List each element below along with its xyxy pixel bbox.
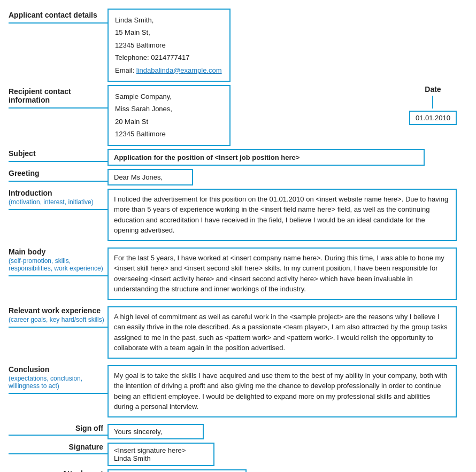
recipient-line-1: Sample Company, (115, 90, 223, 103)
mainbody-label-col: Main body (self-promotion, skills, respo… (9, 247, 108, 276)
letter-layout: Applicant contact details Linda Smith, 1… (9, 9, 467, 472)
attachment-content: Attached: resumé, employer references (108, 469, 247, 472)
intro-label-col: Introduction (motivation, interest, init… (9, 189, 108, 210)
intro-sub: (motivation, interest, initiative) (9, 198, 108, 206)
intro-label: Introduction (9, 189, 52, 197)
signature-placeholder: <Insert signature here> (114, 446, 208, 454)
intro-text: I noticed the advertisement for this pos… (114, 195, 448, 235)
subject-value: Application for the position of <insert … (114, 153, 300, 161)
conclusion-label-col: Conclusion (expectations, conclusion, wi… (9, 365, 108, 394)
mainbody-box: For the last 5 years, I have worked at <… (108, 247, 457, 300)
applicant-line-5: Email: lindabalinda@example.com (115, 64, 223, 76)
conclusion-section: Conclusion (expectations, conclusion, wi… (9, 365, 467, 421)
recipient-label: Recipient contact information (9, 87, 71, 104)
conclusion-sub: (expectations, conclusion, willingness t… (9, 375, 108, 390)
signoff-box: Yours sincerely, (108, 424, 204, 439)
relevant-section: Relevant work experience (career goals, … (9, 306, 467, 362)
recipient-line-3: 20 Main St (115, 115, 223, 128)
relevant-content: A high level of commitment as well as ca… (108, 306, 467, 362)
date-label: Date (425, 85, 441, 94)
intro-box: I noticed the advertisement for this pos… (108, 189, 457, 241)
attachment-box: Attached: resumé, employer references (108, 469, 247, 472)
mainbody-section: Main body (self-promotion, skills, respo… (9, 247, 467, 303)
signoff-label: Sign off (75, 424, 108, 432)
signoff-value: Yours sincerely, (114, 428, 162, 436)
mainbody-text: For the last 5 years, I have worked at <… (114, 254, 444, 293)
relevant-label-col: Relevant work experience (career goals, … (9, 306, 108, 328)
date-section: Date 01.01.2010 (409, 85, 457, 125)
applicant-line-2: 15 Main St, (115, 26, 223, 38)
signature-content: <Insert signature here> Linda Smith (108, 443, 214, 466)
signature-section: Signature <Insert signature here> Linda … (9, 443, 467, 466)
mainbody-content: For the last 5 years, I have worked at <… (108, 247, 467, 303)
conclusion-label: Conclusion (9, 365, 49, 374)
greeting-label: Greeting (9, 169, 40, 177)
applicant-content-box: Linda Smith, 15 Main St, 12345 Baltimore… (108, 9, 231, 82)
date-connector-line (432, 96, 433, 109)
attachment-label-col: Attachment (9, 469, 108, 472)
mainbody-label: Main body (9, 247, 45, 256)
signoff-content: Yours sincerely, (108, 424, 204, 439)
applicant-box: Linda Smith, 15 Main St, 12345 Baltimore… (108, 9, 231, 82)
recipient-content-box: Sample Company, Miss Sarah Jones, 20 Mai… (108, 85, 231, 146)
greeting-content: Dear Ms Jones, (108, 169, 193, 185)
signoff-label-col: Sign off (9, 424, 108, 436)
subject-box: Application for the position of <insert … (108, 149, 425, 166)
recipient-box: Sample Company, Miss Sarah Jones, 20 Mai… (108, 85, 231, 146)
recipient-label-col: Recipient contact information (9, 85, 108, 109)
date-value: 01.01.2010 (416, 114, 450, 122)
subject-label-col: Subject (9, 149, 108, 162)
subject-section: Subject Application for the position of … (9, 149, 467, 166)
recipient-line-2: Miss Sarah Jones, (115, 103, 223, 115)
applicant-line-3: 12345 Baltimore (115, 39, 223, 51)
applicant-line-1: Linda Smith, (115, 14, 223, 26)
relevant-box: A high level of commitment as well as ca… (108, 306, 457, 359)
applicant-email[interactable]: lindabalinda@example.com (136, 66, 222, 74)
greeting-label-col: Greeting (9, 169, 108, 182)
intro-content: I noticed the advertisement for this pos… (108, 189, 467, 244)
applicant-label-col: Applicant contact details (9, 9, 108, 24)
date-value-box: 01.01.2010 (409, 111, 457, 125)
signature-label: Signature (68, 443, 108, 451)
intro-section: Introduction (motivation, interest, init… (9, 189, 467, 244)
signoff-section: Sign off Yours sincerely, (9, 424, 467, 439)
relevant-sub: (career goals, key hard/soft skills) (9, 316, 108, 323)
recipient-section: Recipient contact information Sample Com… (9, 85, 467, 146)
signature-label-col: Signature (9, 443, 108, 454)
conclusion-text: My goal is to take the skills I have acq… (114, 372, 447, 411)
relevant-label: Relevant work experience (9, 306, 101, 315)
applicant-label: Applicant contact details (9, 11, 97, 19)
attachment-label: Attachment (62, 469, 108, 472)
subject-content: Application for the position of <insert … (108, 149, 467, 166)
conclusion-box: My goal is to take the skills I have acq… (108, 365, 457, 417)
greeting-section: Greeting Dear Ms Jones, (9, 169, 467, 185)
conclusion-content: My goal is to take the skills I have acq… (108, 365, 467, 421)
applicant-section: Applicant contact details Linda Smith, 1… (9, 9, 467, 82)
signature-box: <Insert signature here> Linda Smith (108, 443, 214, 466)
mainbody-sub: (self-promotion, skills, responsibilitie… (9, 257, 108, 272)
greeting-value: Dear Ms Jones, (114, 173, 163, 181)
attachment-section: Attachment Attached: resumé, employer re… (9, 469, 467, 472)
signature-name: Linda Smith (114, 454, 208, 462)
greeting-box: Dear Ms Jones, (108, 169, 193, 185)
recipient-line-4: 12345 Baltimore (115, 128, 223, 140)
relevant-text: A high level of commitment as well as ca… (114, 313, 448, 352)
applicant-line-4: Telephone: 0214777417 (115, 51, 223, 64)
subject-label: Subject (9, 149, 36, 158)
